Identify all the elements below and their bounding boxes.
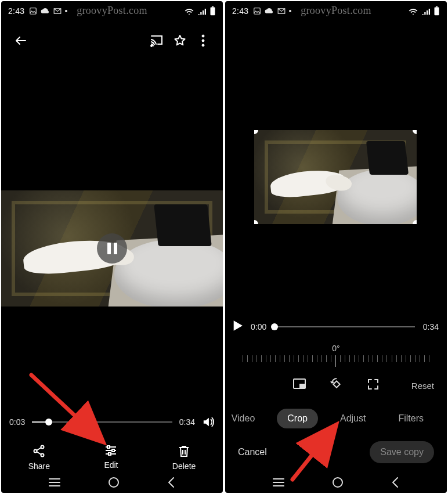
status-clock: 2:43 xyxy=(8,6,24,16)
svg-rect-10 xyxy=(107,446,110,448)
bottom-actions: Share Edit Delete xyxy=(1,444,223,471)
svg-line-14 xyxy=(31,375,101,440)
status-clock: 2:43 xyxy=(232,6,248,16)
edit-scrubber[interactable]: 0:00 0:34 xyxy=(233,320,439,333)
svg-point-21 xyxy=(333,478,342,487)
more-dot-icon xyxy=(289,10,291,12)
play-button[interactable] xyxy=(233,320,243,333)
expand-button[interactable] xyxy=(367,378,380,393)
wifi-icon xyxy=(409,8,418,15)
reset-button[interactable]: Reset xyxy=(411,381,434,391)
play-icon xyxy=(233,320,243,331)
image-icon xyxy=(29,7,37,15)
edit-footer: Cancel Save copy xyxy=(225,441,447,463)
svg-point-13 xyxy=(109,478,118,487)
top-bar xyxy=(1,28,223,53)
gmail-icon xyxy=(53,8,62,15)
tab-filters[interactable]: Filters xyxy=(388,409,434,428)
nav-recents-icon[interactable] xyxy=(272,477,285,488)
rotate-button[interactable] xyxy=(330,377,344,394)
video-preview[interactable] xyxy=(1,190,223,307)
wifi-icon xyxy=(185,8,194,15)
svg-point-6 xyxy=(202,44,204,46)
edit-tabs: Video Crop Adjust Filters xyxy=(225,409,447,428)
screenshot-left: 2:43 groovyPost.com xyxy=(1,1,223,493)
svg-rect-12 xyxy=(109,453,111,455)
nav-home-icon[interactable] xyxy=(108,477,120,488)
cloud-icon xyxy=(41,8,50,15)
rotation-ruler[interactable] xyxy=(243,355,429,373)
aspect-icon xyxy=(292,378,306,391)
cloud-icon xyxy=(265,8,274,15)
svg-point-4 xyxy=(202,35,204,37)
aspect-button[interactable] xyxy=(292,378,306,393)
crop-tools: Reset xyxy=(225,377,447,394)
trash-icon xyxy=(178,444,190,458)
delete-button[interactable]: Delete xyxy=(172,444,196,471)
scrubber-track[interactable] xyxy=(32,421,172,423)
crop-preview[interactable] xyxy=(254,130,417,224)
cast-button[interactable] xyxy=(145,29,168,52)
svg-rect-11 xyxy=(112,449,114,452)
nav-back-icon[interactable] xyxy=(391,477,400,488)
svg-rect-17 xyxy=(436,6,438,8)
favorite-button[interactable] xyxy=(168,29,192,52)
sliders-icon xyxy=(104,444,118,457)
more-dot-icon xyxy=(65,10,67,12)
video-scene xyxy=(254,130,417,224)
signal-icon xyxy=(197,8,206,15)
star-icon xyxy=(173,34,187,48)
tab-adjust[interactable]: Adjust xyxy=(330,409,376,428)
tab-crop[interactable]: Crop xyxy=(277,409,318,428)
svg-rect-16 xyxy=(435,8,439,16)
cast-icon xyxy=(150,34,164,47)
scrubber-current: 0:00 xyxy=(251,322,266,331)
screenshot-right: 2:43 groovyPost.com xyxy=(225,1,447,493)
arrow-left-icon xyxy=(14,34,28,48)
svg-rect-1 xyxy=(211,8,215,16)
edit-label: Edit xyxy=(104,460,118,470)
nav-recents-icon[interactable] xyxy=(48,477,61,488)
scrubber-total: 0:34 xyxy=(179,417,195,427)
nav-back-icon[interactable] xyxy=(167,477,176,488)
svg-rect-15 xyxy=(254,8,261,15)
expand-icon xyxy=(367,378,380,391)
overflow-button[interactable] xyxy=(192,29,215,52)
svg-rect-0 xyxy=(30,8,37,15)
back-button[interactable] xyxy=(9,29,32,52)
rotation-degrees: 0° xyxy=(225,344,447,353)
share-label: Share xyxy=(28,461,50,471)
svg-point-5 xyxy=(202,39,204,42)
share-button[interactable]: Share xyxy=(28,444,50,471)
rotate-icon xyxy=(330,377,344,391)
scrubber[interactable]: 0:03 0:34 xyxy=(9,416,215,428)
status-bar: 2:43 xyxy=(1,1,223,21)
delete-label: Delete xyxy=(172,461,196,471)
svg-rect-2 xyxy=(212,6,214,8)
svg-point-3 xyxy=(151,45,153,47)
nav-home-icon[interactable] xyxy=(332,477,344,488)
share-icon xyxy=(32,444,46,458)
svg-rect-20 xyxy=(333,381,339,387)
battery-icon xyxy=(209,6,216,16)
cancel-button[interactable]: Cancel xyxy=(238,447,267,457)
volume-icon[interactable] xyxy=(202,416,215,428)
nav-bar xyxy=(225,472,447,493)
status-bar: 2:43 xyxy=(225,1,447,21)
gmail-icon xyxy=(277,8,286,15)
tab-video[interactable]: Video xyxy=(225,409,265,428)
more-vert-icon xyxy=(201,34,205,47)
scrubber-track[interactable] xyxy=(274,326,415,327)
scrubber-total: 0:34 xyxy=(423,322,439,331)
edit-button[interactable]: Edit xyxy=(104,444,118,471)
nav-bar xyxy=(1,472,223,493)
pause-button[interactable] xyxy=(97,233,127,264)
scrubber-current: 0:03 xyxy=(9,417,25,427)
image-icon xyxy=(253,7,261,15)
svg-rect-19 xyxy=(299,384,305,388)
save-copy-button[interactable]: Save copy xyxy=(370,441,434,463)
signal-icon xyxy=(421,8,430,15)
battery-icon xyxy=(433,6,440,16)
